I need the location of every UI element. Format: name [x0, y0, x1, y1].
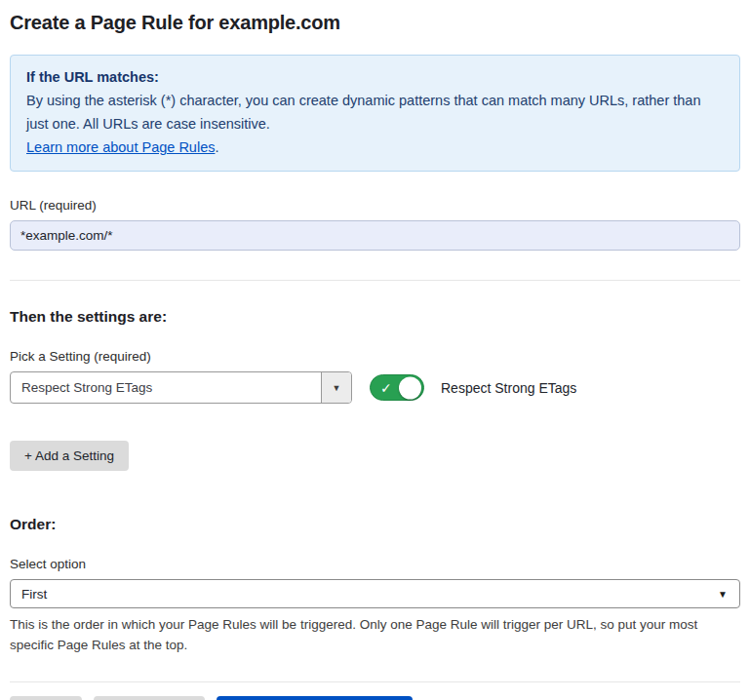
setting-row: Respect Strong ETags ▼ ✓ Respect Strong …	[10, 371, 740, 404]
add-setting-button[interactable]: + Add a Setting	[10, 441, 129, 471]
link-suffix: .	[215, 139, 218, 155]
toggle-knob	[399, 376, 421, 399]
info-box-link-line: Learn more about Page Rules.	[26, 136, 724, 159]
order-help-text: This is the order in which your Page Rul…	[10, 614, 740, 655]
order-heading: Order:	[10, 516, 740, 533]
chevron-down-icon: ▼	[718, 589, 728, 600]
url-input[interactable]	[10, 220, 740, 251]
cancel-button[interactable]: Cancel	[10, 696, 82, 700]
etag-toggle[interactable]: ✓	[370, 374, 424, 401]
info-box-heading: If the URL matches:	[26, 65, 724, 89]
pick-setting-label: Pick a Setting (required)	[10, 349, 740, 364]
toggle-label: Respect Strong ETags	[441, 380, 576, 396]
footer-buttons: Cancel Save as Draft Save and Deploy Pag…	[10, 696, 740, 700]
page-rule-form: Create a Page Rule for example.com If th…	[0, 0, 750, 700]
setting-select[interactable]: Respect Strong ETags ▼	[10, 371, 352, 404]
save-draft-button[interactable]: Save as Draft	[94, 696, 205, 700]
setting-select-value: Respect Strong ETags	[11, 372, 321, 403]
footer-divider	[10, 681, 740, 682]
section-divider	[10, 280, 740, 281]
order-select-label: Select option	[10, 557, 740, 571]
url-match-info-box: If the URL matches: By using the asteris…	[10, 55, 740, 172]
url-label: URL (required)	[10, 198, 740, 213]
page-title: Create a Page Rule for example.com	[10, 12, 740, 34]
learn-more-link[interactable]: Learn more about Page Rules	[26, 139, 215, 155]
chevron-down-icon: ▼	[321, 372, 351, 403]
info-box-body: By using the asterisk (*) character, you…	[26, 89, 724, 136]
order-select-value: First	[21, 587, 47, 602]
save-deploy-button[interactable]: Save and Deploy Page Rule	[217, 696, 414, 700]
settings-heading: Then the settings are:	[10, 308, 740, 326]
order-select[interactable]: First ▼	[10, 579, 740, 608]
check-icon: ✓	[380, 380, 392, 394]
